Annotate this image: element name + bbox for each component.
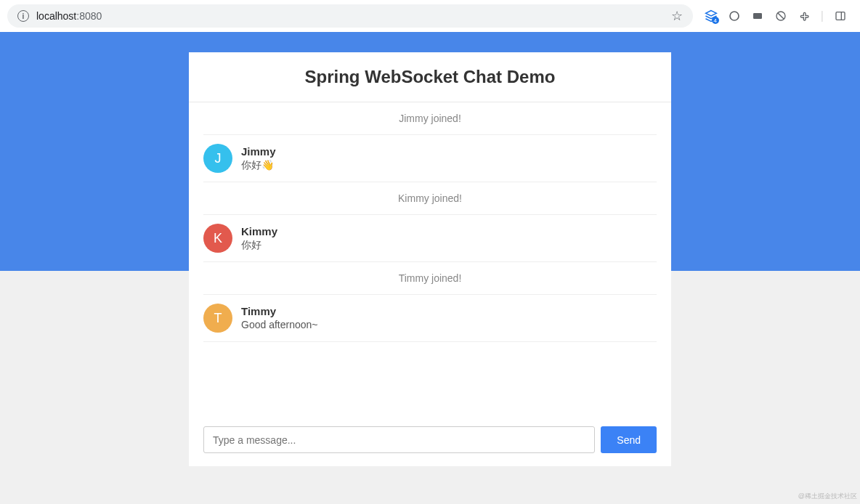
extension-icon-3[interactable]	[774, 9, 787, 23]
info-icon[interactable]: i	[17, 10, 29, 22]
svg-rect-4	[836, 12, 845, 20]
avatar: K	[203, 224, 232, 253]
avatar: T	[203, 304, 232, 333]
chat-message: KKimmy你好	[203, 215, 657, 262]
message-text: 你好👋	[241, 159, 276, 172]
sender-name: Timmy	[241, 305, 317, 317]
devtools-icon[interactable]: 4	[705, 9, 718, 23]
extension-icon-2[interactable]	[751, 9, 764, 23]
message-content: TimmyGood afternoon~	[241, 304, 317, 330]
watermark: @稀土掘金技术社区	[798, 492, 857, 501]
sidepanel-icon[interactable]	[834, 9, 847, 23]
event-message: Jimmy joined!	[203, 102, 657, 135]
chat-header: Spring WebSocket Chat Demo	[189, 52, 671, 102]
extension-icon-1[interactable]	[728, 9, 741, 23]
event-message: Timmy joined!	[203, 262, 657, 295]
chat-message: TTimmyGood afternoon~	[203, 295, 657, 342]
bookmark-star-icon[interactable]: ☆	[671, 8, 683, 24]
svg-point-0	[730, 12, 739, 20]
chat-container: Spring WebSocket Chat Demo Jimmy joined!…	[189, 52, 671, 466]
avatar: J	[203, 144, 232, 173]
chrome-extensions: 4 |	[699, 9, 853, 23]
sender-name: Kimmy	[241, 225, 277, 237]
message-text: Good afternoon~	[241, 319, 317, 330]
extensions-puzzle-icon[interactable]	[798, 9, 811, 23]
messages-area: Jimmy joined!JJimmy你好👋Kimmy joined!KKimm…	[189, 102, 671, 413]
send-button[interactable]: Send	[601, 426, 657, 453]
message-input[interactable]	[203, 426, 595, 453]
address-bar[interactable]: i localhost:8080 ☆	[7, 4, 693, 28]
message-content: Jimmy你好👋	[241, 144, 276, 172]
separator: |	[821, 9, 824, 23]
page-title: Spring WebSocket Chat Demo	[203, 67, 657, 87]
message-text: 你好	[241, 239, 277, 252]
svg-line-3	[778, 13, 784, 19]
chat-message: JJimmy你好👋	[203, 135, 657, 182]
input-area: Send	[189, 413, 671, 466]
message-content: Kimmy你好	[241, 224, 277, 252]
url-text: localhost:8080	[36, 10, 102, 22]
event-message: Kimmy joined!	[203, 182, 657, 215]
page-background: Spring WebSocket Chat Demo Jimmy joined!…	[0, 32, 860, 504]
browser-chrome: i localhost:8080 ☆ 4 |	[0, 0, 860, 32]
svg-rect-1	[753, 13, 762, 19]
sender-name: Jimmy	[241, 145, 276, 158]
